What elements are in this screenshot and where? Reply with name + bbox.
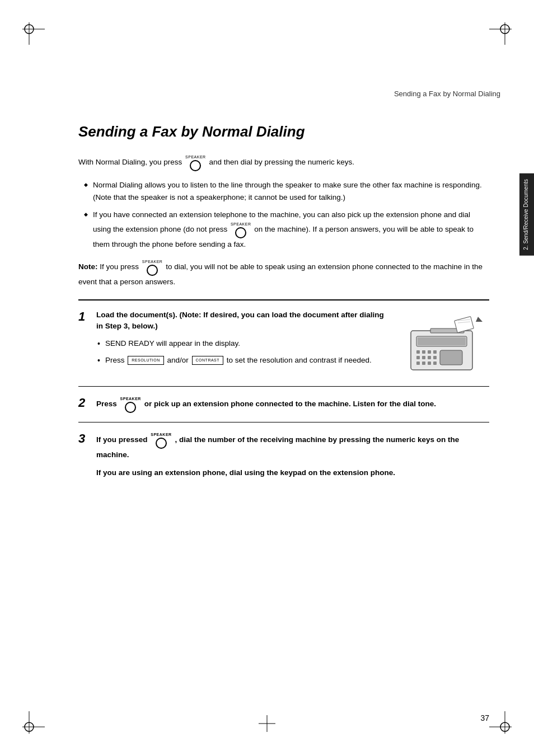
svg-rect-29 [433, 356, 437, 359]
svg-rect-30 [416, 361, 420, 365]
resolution-key: RESOLUTION [128, 356, 164, 364]
step-2: 2 Press SPEAKER or pick up an extension … [78, 387, 489, 422]
step-1-sub-item-1: SEND READY will appear in the display. [96, 337, 391, 350]
bullet-list: Normal Dialing allows you to listen to t… [84, 179, 489, 251]
step-2-heading: Press SPEAKER or pick up an extension ph… [96, 396, 489, 413]
page-title: Sending a Fax by Normal Dialing [78, 123, 489, 140]
svg-rect-25 [433, 350, 437, 354]
svg-rect-23 [422, 350, 425, 354]
bullet-item-2: If you have connected an extension telep… [84, 209, 489, 250]
svg-rect-24 [428, 350, 431, 354]
step-3-heading-2: If you are using an extension phone, dia… [96, 467, 489, 479]
header-text: Sending a Fax by Normal Dialing [394, 90, 500, 98]
step-1-sub-item-2: Press RESOLUTION and/or CONTRAST to set … [96, 354, 391, 367]
page-number: 37 [480, 713, 489, 722]
side-tab: 2. Send/Receive Documents [519, 173, 534, 256]
corner-mark-tr [489, 22, 512, 45]
svg-rect-16 [418, 337, 466, 345]
svg-rect-27 [422, 356, 425, 359]
svg-rect-33 [433, 361, 437, 365]
corner-mark-br [489, 711, 512, 734]
step-1-sublist: SEND READY will appear in the display. P… [96, 337, 391, 366]
bullet-item-1: Normal Dialing allows you to listen to t… [84, 179, 489, 203]
side-tab-text: 2. Send/Receive Documents [523, 179, 529, 250]
main-content: Sending a Fax by Normal Dialing With Nor… [78, 106, 489, 487]
speaker-button-step2: SPEAKER [120, 396, 141, 413]
speaker-button-step3: SPEAKER [151, 431, 171, 449]
corner-mark-tl [22, 22, 45, 45]
svg-rect-26 [416, 356, 420, 359]
fax-machine-illustration [400, 314, 489, 377]
step-1: 1 Load the document(s). (Note: If desire… [78, 300, 489, 387]
step-1-heading: Load the document(s). (Note: If desired,… [96, 309, 391, 332]
svg-rect-32 [428, 361, 431, 365]
step-2-number: 2 [78, 396, 96, 410]
speaker-button-bullet2: SPEAKER [231, 221, 251, 238]
step-3-number: 3 [78, 431, 96, 446]
intro-text-1: With Normal Dialing, you press [78, 158, 182, 166]
svg-rect-22 [416, 350, 420, 354]
svg-marker-21 [476, 317, 483, 322]
step-2-content: Press SPEAKER or pick up an extension ph… [96, 396, 489, 413]
step-3: 3 If you pressed SPEAKER , dial the numb… [78, 422, 489, 487]
note-paragraph: Note: If you press SPEAKER to dial, you … [78, 259, 489, 288]
step-1-number: 1 [78, 309, 96, 324]
step-1-text: Load the document(s). (Note: If desired,… [96, 309, 391, 371]
svg-rect-18 [455, 316, 474, 332]
speaker-button-intro: SPEAKER [185, 154, 206, 171]
page-header: Sending a Fax by Normal Dialing [112, 90, 500, 98]
step-3-content: If you pressed SPEAKER , dial the number… [96, 431, 489, 478]
corner-mark-bl [22, 711, 45, 734]
steps-container: 1 Load the document(s). (Note: If desire… [78, 299, 489, 488]
intro-text-2: and then dial by pressing the numeric ke… [209, 158, 354, 166]
step-3-heading-1: If you pressed SPEAKER , dial the number… [96, 431, 489, 461]
svg-rect-34 [440, 350, 462, 365]
contrast-key: CONTRAST [192, 356, 224, 364]
bottom-center-mark [259, 715, 275, 734]
svg-rect-28 [428, 356, 431, 359]
intro-paragraph: With Normal Dialing, you press SPEAKER a… [78, 154, 489, 171]
speaker-button-note: SPEAKER [142, 259, 163, 276]
svg-rect-31 [422, 361, 425, 365]
step-1-content: Load the document(s). (Note: If desired,… [96, 309, 489, 377]
